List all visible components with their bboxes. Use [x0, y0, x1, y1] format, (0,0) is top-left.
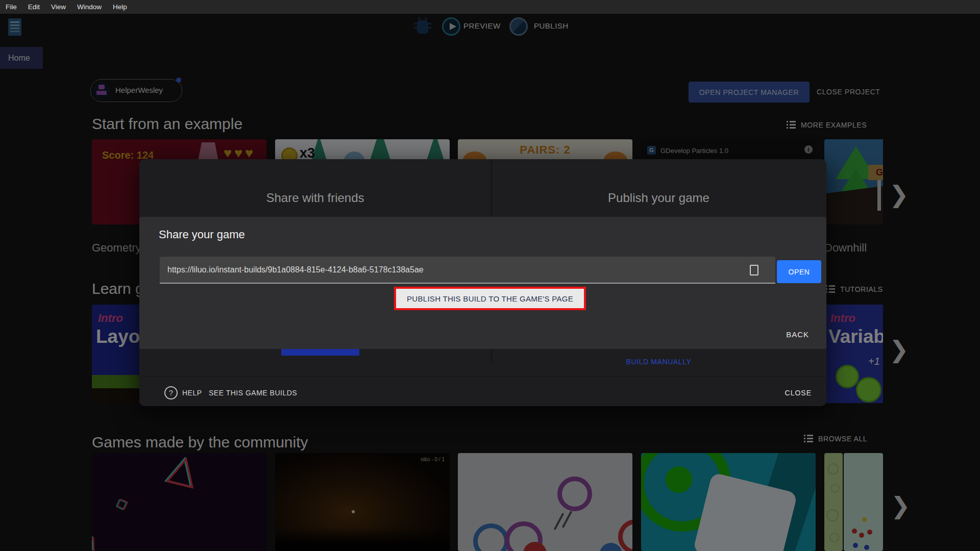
build-url-text: https://liluo.io/instant-builds/9b1a0884… — [167, 257, 424, 283]
tab-publish-your-game[interactable]: Publish your game — [491, 191, 826, 205]
copy-icon[interactable] — [750, 265, 758, 276]
build-url-field[interactable]: https://liluo.io/instant-builds/9b1a0884… — [160, 257, 775, 284]
help-button[interactable]: HELP — [182, 389, 202, 397]
menu-view[interactable]: View — [45, 3, 71, 11]
menu-window[interactable]: Window — [71, 3, 107, 11]
close-dialog-button[interactable]: CLOSE — [785, 389, 812, 397]
publish-build-button[interactable]: PUBLISH THIS BUILD TO THE GAME'S PAGE — [394, 287, 586, 310]
share-panel: Share your game https://liluo.io/instant… — [139, 217, 826, 349]
open-url-button[interactable]: OPEN — [777, 260, 821, 283]
footer-divider — [139, 376, 826, 377]
app-window: File Edit View Window Help PREVIEW PUBLI… — [0, 0, 980, 551]
open-url-label: OPEN — [788, 268, 810, 276]
menu-help[interactable]: Help — [107, 3, 133, 11]
menu-file[interactable]: File — [0, 3, 22, 11]
share-panel-title: Share your game — [159, 228, 245, 241]
menu-edit[interactable]: Edit — [22, 3, 45, 11]
back-button[interactable]: BACK — [786, 330, 809, 339]
tab-share-with-friends[interactable]: Share with friends — [139, 191, 491, 205]
help-icon[interactable]: ? — [164, 386, 178, 399]
publish-build-label: PUBLISH THIS BUILD TO THE GAME'S PAGE — [407, 294, 573, 303]
see-builds-button[interactable]: SEE THIS GAME BUILDS — [209, 389, 297, 397]
active-tab-indicator — [281, 349, 359, 356]
build-manually-link[interactable]: BUILD MANUALLY — [491, 358, 826, 366]
share-dialog: Share with friends Publish your game Sha… — [139, 159, 826, 406]
menu-bar: File Edit View Window Help — [0, 0, 980, 14]
